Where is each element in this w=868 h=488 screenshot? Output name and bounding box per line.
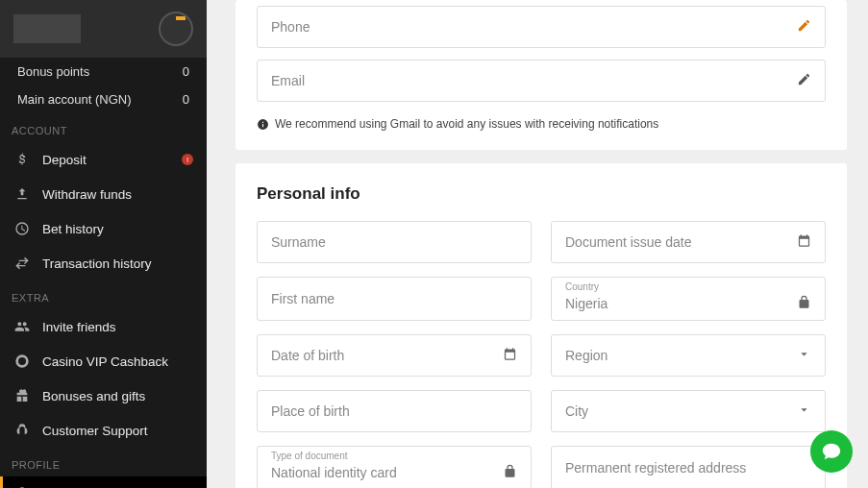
section-extra: EXTRA xyxy=(0,281,207,309)
avatar[interactable] xyxy=(159,12,193,46)
nav-transactions[interactable]: Transaction history xyxy=(0,246,207,281)
nav-label: Withdraw funds xyxy=(42,187,132,202)
email-helper: We recommend using Gmail to avoid any is… xyxy=(257,113,826,136)
nav-withdraw[interactable]: Withdraw funds xyxy=(0,177,207,211)
user-header xyxy=(0,0,207,58)
country-label: Country xyxy=(565,281,599,292)
personal-info-card: Personal info Surname Document issue dat… xyxy=(236,163,847,488)
nav-label: Bonuses and gifts xyxy=(42,389,145,403)
user-id-graphic xyxy=(13,14,81,43)
address-field[interactable]: Permanent registered address xyxy=(551,446,826,488)
country-field: Country Nigeria xyxy=(551,277,826,321)
nav-label: Customer Support xyxy=(42,424,148,438)
nav-bonuses[interactable]: Bonuses and gifts xyxy=(0,378,207,413)
nav-label: Bet history xyxy=(42,222,104,236)
lock-icon xyxy=(503,464,517,481)
personal-form: Surname Document issue date First name C… xyxy=(257,221,826,488)
clock-icon xyxy=(13,220,31,237)
doc-type-value: National identity card xyxy=(271,465,397,480)
city-field[interactable]: City xyxy=(551,390,826,432)
lock-icon xyxy=(797,295,811,312)
bonus-value: 0 xyxy=(183,64,189,79)
chat-fab[interactable] xyxy=(810,430,853,473)
support-icon xyxy=(13,422,31,439)
region-field[interactable]: Region xyxy=(551,334,826,377)
nav-bet-history[interactable]: Bet history xyxy=(0,211,207,246)
section-account: ACCOUNT xyxy=(0,113,207,142)
nav-label: Deposit xyxy=(42,153,87,167)
pencil-icon[interactable] xyxy=(797,18,811,36)
contact-card: Phone Email We recommend using Gmail to … xyxy=(236,0,847,150)
helper-text: We recommend using Gmail to avoid any is… xyxy=(275,117,658,131)
nav-label: Casino VIP Cashback xyxy=(42,354,168,369)
document-issue-date-field[interactable]: Document issue date xyxy=(551,221,826,263)
section-profile: PROFILE xyxy=(0,448,207,476)
first-name-field[interactable]: First name xyxy=(257,277,532,321)
pob-field[interactable]: Place of birth xyxy=(257,390,532,432)
doc-type-field: Type of document National identity card xyxy=(257,446,532,488)
nav-label: Invite friends xyxy=(42,320,116,334)
bonus-points-row: Bonus points 0 xyxy=(0,58,207,85)
info-icon xyxy=(257,118,269,131)
nav-support[interactable]: Customer Support xyxy=(0,413,207,448)
nav-label: Transaction history xyxy=(42,256,152,271)
pencil-icon[interactable] xyxy=(797,72,811,89)
bonus-label: Bonus points xyxy=(17,64,89,79)
email-field[interactable]: Email xyxy=(257,60,826,102)
nav-invite[interactable]: Invite friends xyxy=(0,309,207,344)
phone-field[interactable]: Phone xyxy=(257,6,826,48)
personal-info-title: Personal info xyxy=(257,163,826,221)
calendar-icon xyxy=(503,347,517,364)
phone-label: Phone xyxy=(271,19,310,35)
sidebar: Bonus points 0 Main account (NGN) 0 ACCO… xyxy=(0,0,207,488)
nav-vip[interactable]: Casino VIP Cashback xyxy=(0,344,207,378)
alert-badge: ! xyxy=(182,154,193,165)
upload-icon xyxy=(13,185,31,203)
gift-icon xyxy=(13,387,31,404)
email-label: Email xyxy=(271,73,305,88)
country-value: Nigeria xyxy=(565,296,608,311)
transfer-icon xyxy=(13,255,31,272)
main-content: Phone Email We recommend using Gmail to … xyxy=(207,0,868,488)
doc-type-label: Type of document xyxy=(271,451,348,461)
chip-icon xyxy=(13,353,31,370)
nav-deposit[interactable]: Deposit ! xyxy=(0,142,207,177)
chevron-down-icon xyxy=(797,347,811,364)
dollar-icon xyxy=(13,151,31,168)
chevron-down-icon xyxy=(797,403,811,420)
nav-personal-profile[interactable]: Personal profile xyxy=(0,476,207,488)
surname-field[interactable]: Surname xyxy=(257,221,532,263)
chat-icon xyxy=(821,441,842,462)
main-account-row: Main account (NGN) 0 xyxy=(0,85,207,113)
main-account-label: Main account (NGN) xyxy=(17,92,131,107)
dob-field[interactable]: Date of birth xyxy=(257,334,532,377)
main-account-value: 0 xyxy=(183,92,189,107)
users-icon xyxy=(13,318,31,335)
calendar-icon xyxy=(797,233,811,251)
